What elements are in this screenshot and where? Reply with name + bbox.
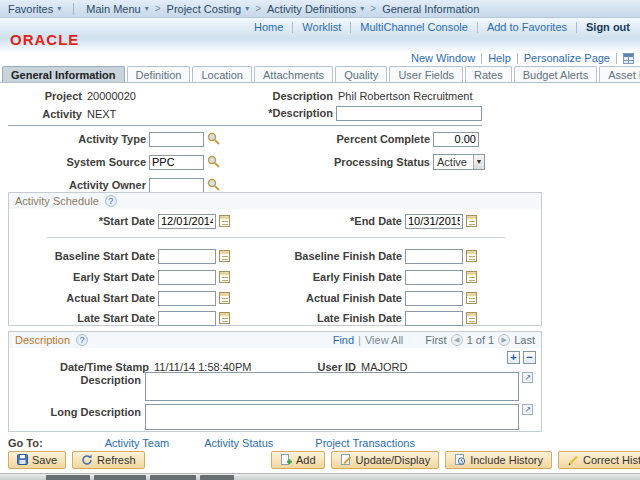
calendar-icon[interactable] [219, 312, 230, 324]
system-source-input[interactable] [149, 155, 204, 170]
early-finish-date-input[interactable] [405, 270, 463, 285]
favorites-menu[interactable]: Favorites ▾ [8, 3, 61, 15]
description-textarea[interactable] [145, 372, 519, 401]
view-all-link[interactable]: View All [365, 334, 403, 346]
help-icon[interactable]: ? [76, 334, 88, 346]
personalize-grid-icon[interactable] [623, 53, 634, 64]
calendar-icon[interactable] [219, 271, 230, 283]
breadcrumb-activity-definitions[interactable]: Activity Definitions ▾ [267, 3, 364, 15]
expand-icon[interactable]: ↗ [522, 372, 533, 383]
select-caret-icon: ▼ [473, 155, 484, 169]
sign-out-link[interactable]: Sign out [586, 21, 630, 33]
calendar-icon[interactable] [466, 312, 477, 324]
taskbar-button[interactable] [94, 475, 146, 480]
breadcrumb-bar: Favorites ▾ Main Menu ▾ > Project Costin… [0, 0, 640, 18]
taskbar-button[interactable] [200, 475, 234, 480]
actual-start-date-input[interactable] [158, 291, 216, 306]
activity-team-link[interactable]: Activity Team [105, 437, 170, 449]
new-window-link[interactable]: New Window [411, 52, 475, 64]
tab-quality[interactable]: Quality [335, 66, 387, 82]
early-finish-date-label: Early Finish Date [257, 271, 402, 283]
add-to-favorites-link[interactable]: Add to Favorites [487, 21, 567, 33]
calendar-icon[interactable] [466, 271, 477, 283]
breadcrumb-general-information[interactable]: General Information [382, 3, 479, 15]
next-row-icon[interactable]: ▶ [498, 334, 510, 346]
main-menu[interactable]: Main Menu ▾ [86, 3, 148, 15]
home-link[interactable]: Home [254, 21, 283, 33]
lookup-icon[interactable] [207, 155, 220, 170]
tab-attachments[interactable]: Attachments [254, 66, 333, 82]
percent-complete-label: Percent Complete [252, 133, 430, 145]
include-history-icon [454, 454, 466, 466]
end-date-input[interactable] [405, 214, 463, 229]
delete-row-icon[interactable]: − [523, 351, 536, 364]
actual-finish-date-input[interactable] [405, 291, 463, 306]
calendar-icon[interactable] [466, 250, 477, 262]
system-source-label: System Source [0, 156, 146, 168]
previous-row-icon[interactable]: ◀ [451, 334, 463, 346]
include-history-button[interactable]: Include History [445, 451, 552, 469]
project-value: 20000020 [87, 90, 136, 102]
personalize-page-link[interactable]: Personalize Page [524, 52, 610, 64]
late-finish-date-input[interactable] [405, 311, 463, 326]
activity-type-input[interactable] [149, 132, 204, 147]
update-display-button[interactable]: Update/Display [331, 451, 440, 469]
add-row-icon[interactable]: + [507, 351, 520, 364]
activity-status-link[interactable]: Activity Status [204, 437, 273, 449]
help-link[interactable]: Help [488, 52, 511, 64]
percent-complete-field: Percent Complete [252, 131, 479, 147]
long-description-textarea[interactable] [145, 404, 519, 430]
calendar-icon[interactable] [219, 250, 230, 262]
goto-row: Go To: Activity Team Activity Status Pro… [8, 437, 538, 449]
late-start-date-input[interactable] [158, 311, 216, 326]
tab-definition[interactable]: Definition [127, 66, 191, 82]
taskbar-button[interactable] [150, 475, 196, 480]
tab-general-information[interactable]: General Information [2, 66, 125, 82]
link-separator [477, 22, 478, 33]
add-button[interactable]: Add [271, 451, 325, 469]
tab-user-fields[interactable]: User Fields [389, 66, 463, 82]
help-icon[interactable]: ? [105, 195, 117, 207]
first-label: First [425, 334, 446, 346]
refresh-button[interactable]: Refresh [72, 451, 145, 469]
baseline-finish-date-input[interactable] [405, 249, 463, 264]
breadcrumb-project-costing[interactable]: Project Costing ▾ [167, 3, 250, 15]
tab-rates[interactable]: Rates [465, 66, 512, 82]
req-description-input[interactable] [336, 106, 482, 121]
oracle-logo: ORACLE [10, 31, 79, 48]
activity-owner-input[interactable] [149, 178, 204, 193]
actual-start-date-field: Actual Start Date [9, 290, 230, 306]
tab-bar: General Information Definition Location … [0, 66, 640, 83]
calendar-icon[interactable] [219, 292, 230, 304]
tab-location[interactable]: Location [192, 66, 252, 82]
processing-status-value: Active [434, 156, 473, 168]
processing-status-label: Processing Status [252, 156, 430, 168]
project-transactions-link[interactable]: Project Transactions [315, 437, 415, 449]
activity-owner-label: Activity Owner [0, 179, 146, 191]
worklist-link[interactable]: Worklist [302, 21, 341, 33]
caret-down-icon: ▾ [145, 4, 149, 13]
calendar-icon[interactable] [466, 292, 477, 304]
tab-budget-alerts[interactable]: Budget Alerts [514, 66, 597, 82]
taskbar-button[interactable] [46, 475, 90, 480]
percent-complete-input[interactable] [433, 132, 479, 147]
expand-icon[interactable]: ↗ [522, 404, 533, 415]
late-finish-date-label: Late Finish Date [257, 312, 402, 324]
correct-history-button[interactable]: Correct History [558, 451, 640, 469]
tab-asset-integration-rules[interactable]: Asset Integration Rules [599, 66, 640, 82]
activity-field: Activity NEXT [24, 106, 116, 122]
lookup-icon[interactable] [207, 178, 220, 193]
calendar-icon[interactable] [466, 215, 477, 227]
early-start-date-input[interactable] [158, 270, 216, 285]
multichannel-console-link[interactable]: MultiChannel Console [360, 21, 468, 33]
breadcrumb-label: Project Costing [167, 3, 242, 15]
processing-status-select[interactable]: Active ▼ [433, 154, 485, 170]
find-link[interactable]: Find [333, 334, 354, 346]
early-start-date-label: Early Start Date [9, 271, 155, 283]
lookup-icon[interactable] [207, 132, 220, 147]
save-button[interactable]: Save [8, 451, 66, 469]
baseline-start-date-input[interactable] [158, 249, 216, 264]
description-textarea-label: Description [9, 374, 141, 386]
calendar-icon[interactable] [219, 215, 230, 227]
start-date-input[interactable] [158, 214, 216, 229]
